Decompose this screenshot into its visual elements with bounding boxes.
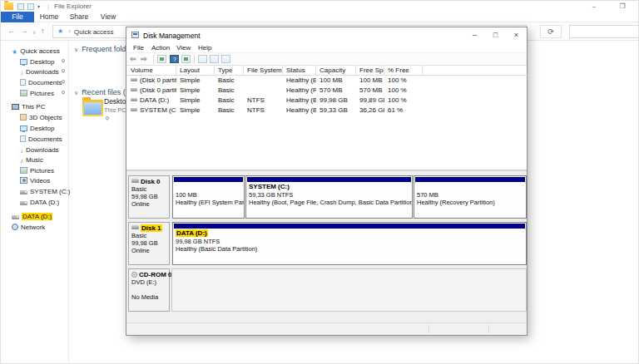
menu-file[interactable]: File [130, 42, 147, 53]
explorer-titlebar: ▾ | File Explorer – ❐ [1, 1, 638, 12]
sidebar-item-videos[interactable]: Videos [1, 176, 69, 185]
sidebar-item-system-c[interactable]: SYSTEM (C:) [1, 187, 69, 196]
col-filler [423, 66, 528, 75]
qat-newfolder-icon[interactable] [27, 3, 34, 10]
cd-disc-icon [131, 272, 137, 278]
dm-minimize-button[interactable]: – [464, 27, 485, 42]
cdrom-label-panel[interactable]: CD-ROM 0 DVD (E:) No Media [128, 268, 170, 312]
up-icon[interactable]: ↑ [41, 27, 45, 35]
toolbar-back-icon[interactable]: ⇦ [130, 55, 136, 63]
qat-customize-chevron-icon[interactable]: ▾ [37, 3, 40, 9]
refresh-button[interactable]: ⟳ [540, 25, 562, 38]
toolbar-console-tree-icon[interactable] [157, 55, 166, 63]
col-type[interactable]: Type [215, 66, 244, 75]
disk0-label-panel[interactable]: Disk 0 Basic 59,98 GB Online [128, 175, 170, 219]
volume-row-disk0-partition1[interactable]: (Disk 0 partition 1) Simple Basic Health… [127, 76, 528, 86]
partition-efi[interactable]: 100 MB Healthy (EFI System Partitio [172, 175, 245, 219]
sidebar-item-documents-pinned[interactable]: Documents [1, 78, 69, 87]
menu-help[interactable]: Help [195, 42, 215, 53]
partition-data-d[interactable]: DATA (D:) 99,98 GB NTFS Healthy (Basic D… [172, 222, 527, 265]
explorer-minimize-button[interactable]: – [583, 1, 605, 12]
sidebar-item-desktop-pinned[interactable]: Desktop [1, 57, 69, 66]
sidebar-item-desktop[interactable]: Desktop [1, 124, 69, 133]
col-volume[interactable]: Volume [127, 66, 176, 75]
toolbar-panel-icon[interactable] [221, 55, 230, 63]
statusbar-separator [428, 325, 429, 333]
sidebar-item-3d-objects[interactable]: 3D Objects [1, 113, 69, 122]
disk1-label-panel[interactable]: Disk 1 Basic 99,98 GB Online [128, 222, 170, 265]
sidebar-item-documents[interactable]: Documents [1, 135, 69, 144]
toolbar-help-icon[interactable] [170, 55, 179, 63]
col-percent-free[interactable]: % Free [384, 66, 423, 75]
recent-locations-chevron-icon[interactable]: ∨ [32, 29, 36, 35]
menu-action[interactable]: Action [148, 42, 173, 53]
tab-file[interactable]: File [1, 12, 34, 22]
partition-recovery[interactable]: 570 MB Healthy (Recovery Partition) [414, 175, 527, 219]
picture-icon [20, 90, 27, 96]
computer-icon [12, 104, 19, 110]
network-globe-icon [12, 224, 18, 230]
volume-table: Volume Layout Type File System Status Ca… [127, 66, 528, 116]
explorer-maximize-button[interactable]: ❐ [612, 1, 633, 12]
tab-view[interactable]: View [94, 12, 122, 22]
col-layout[interactable]: Layout [176, 66, 215, 75]
explorer-window-title: File Explorer [54, 2, 92, 10]
breadcrumb[interactable]: Quick access [74, 28, 114, 36]
sidebar-item-data-drive-root[interactable]: DATA (D:) [1, 212, 69, 221]
collapse-chevron-icon[interactable]: ∨ [74, 47, 78, 52]
toolbar-properties-icon[interactable] [210, 55, 219, 63]
dm-window-title: Disk Management [143, 32, 201, 40]
col-status[interactable]: Status [283, 66, 316, 75]
col-free-space[interactable]: Free Spa... [356, 66, 384, 75]
tab-share[interactable]: Share [64, 12, 94, 22]
col-file-system[interactable]: File System [244, 66, 283, 75]
desktop-icon [20, 125, 27, 131]
download-icon: ↓ [20, 68, 23, 75]
sidebar-item-network[interactable]: Network [1, 223, 69, 232]
dm-close-button[interactable]: × [506, 27, 527, 42]
document-icon [20, 135, 26, 142]
toolbar-forward-icon[interactable]: ⇨ [141, 55, 147, 63]
sidebar-item-quick-access[interactable]: ★Quick access [1, 47, 69, 56]
pin-icon [61, 90, 66, 95]
sidebar-item-data-d[interactable]: DATA (D:) [1, 198, 69, 207]
toolbar-separator [153, 55, 154, 64]
primary-partition-bar [174, 224, 525, 229]
desktop-folder-tile-icon[interactable] [82, 100, 103, 116]
recent-files-heading[interactable]: ∨Recent files (0) [74, 88, 132, 96]
volume-row-data-d[interactable]: DATA (D:) Simple Basic NTFS Healthy (B..… [127, 96, 528, 106]
cube-icon [20, 114, 27, 121]
collapse-chevron-icon[interactable]: ∨ [74, 90, 78, 96]
cdrom-spacer [131, 286, 169, 293]
qat-properties-icon[interactable] [17, 3, 24, 10]
col-capacity[interactable]: Capacity [316, 66, 356, 75]
menu-view[interactable]: View [173, 42, 194, 53]
disk-icon [131, 179, 139, 183]
dm-titlebar[interactable]: Disk Management – □ × [126, 27, 527, 42]
sidebar-item-music[interactable]: ♪Music [1, 155, 69, 165]
volume-row-system-c[interactable]: SYSTEM (C:) Simple Basic NTFS Healthy (B… [127, 106, 528, 116]
download-icon: ↓ [20, 146, 23, 153]
volume-table-header: Volume Layout Type File System Status Ca… [127, 66, 528, 76]
sidebar-item-downloads[interactable]: ↓Downloads [1, 145, 69, 155]
pin-icon [61, 68, 66, 73]
search-input[interactable] [569, 25, 639, 38]
volume-icon [131, 88, 137, 91]
back-icon[interactable]: ← [7, 27, 15, 35]
toolbar-action-pane-icon[interactable] [181, 55, 191, 63]
titlebar-separator: | [47, 2, 49, 10]
desktop-screen: ▾ | File Explorer – ❐ File Home Share Vi… [0, 0, 639, 364]
partition-system-c[interactable]: SYSTEM (C:) 59,33 GB NTFS Healthy (Boot,… [245, 175, 413, 219]
sidebar-item-downloads-pinned[interactable]: ↓Downloads [1, 67, 69, 76]
cdrom-drive: DVD (E:) [131, 278, 169, 286]
toolbar-flag-icon[interactable] [198, 55, 207, 63]
volume-row-disk0-partition4[interactable]: (Disk 0 partition 4) Simple Basic Health… [127, 86, 528, 96]
sidebar-item-pictures[interactable]: Pictures [1, 166, 69, 175]
cdrom-media: No Media [131, 293, 169, 301]
sidebar-item-pictures-pinned[interactable]: Pictures [1, 89, 69, 98]
dm-maximize-button[interactable]: □ [485, 27, 506, 42]
tab-home[interactable]: Home [34, 12, 64, 22]
forward-icon[interactable]: → [21, 27, 28, 35]
sidebar-item-this-pc[interactable]: This PC [1, 102, 69, 111]
document-icon [20, 79, 26, 86]
